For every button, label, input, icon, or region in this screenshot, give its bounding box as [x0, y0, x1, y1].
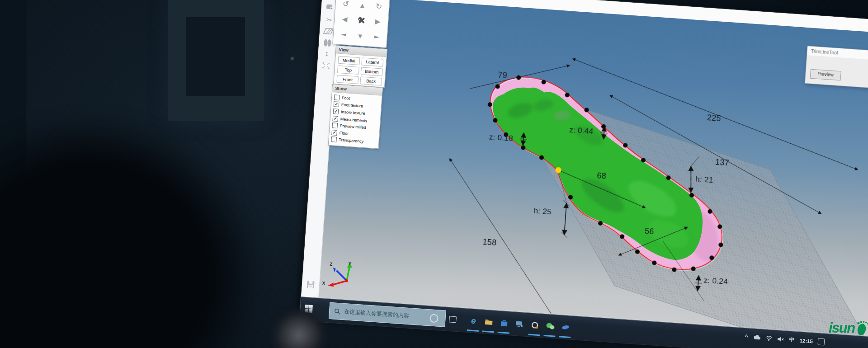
insole-app-icon[interactable] — [560, 321, 571, 333]
search-placeholder: 在这里输入你要搜索的内容 — [344, 308, 409, 320]
view-back-button[interactable]: Back — [360, 76, 382, 85]
measurement-label: 68 — [597, 171, 607, 181]
edge-icon[interactable]: e — [468, 315, 480, 327]
tools-icon — [357, 16, 366, 24]
measurement-label: 79 — [498, 70, 508, 80]
remote-pc-icon[interactable] — [514, 318, 525, 330]
pan-down-button[interactable]: ▼ — [351, 28, 369, 44]
running-indicator — [543, 335, 555, 337]
brand-watermark: isun — [829, 316, 868, 340]
tools-button[interactable] — [353, 12, 370, 28]
checkbox[interactable] — [331, 136, 337, 142]
tilt-right-button[interactable]: ▶ — [368, 32, 385, 42]
checkbox[interactable] — [334, 94, 340, 100]
preview-button[interactable]: Preview — [810, 69, 841, 81]
volume-muted-icon[interactable] — [777, 336, 784, 342]
background-led — [291, 57, 294, 60]
pan-up-button[interactable]: ▲ — [354, 0, 371, 13]
photo-of-monitor: { "panels": { "view": { "title": "View",… — [0, 0, 868, 348]
store-icon[interactable] — [498, 317, 510, 329]
view-lateral-button[interactable]: Lateral — [361, 57, 383, 66]
axis-z-label: Z — [330, 262, 333, 267]
measurement-label: h: 25 — [533, 207, 552, 217]
view-bottom-button[interactable]: Bottom — [361, 67, 383, 76]
view-front-button[interactable]: Front — [336, 75, 359, 84]
view-panel: View Medial Lateral Top Bottom Front Bac… — [333, 45, 387, 88]
action-center-icon[interactable] — [818, 338, 825, 345]
tray-chevron-icon[interactable]: ^ — [745, 333, 749, 340]
qq-icon[interactable] — [529, 320, 541, 331]
axis-x-label: X — [322, 280, 326, 285]
measurement-label: 225 — [707, 113, 721, 123]
measurement-label: z: 0.44 — [569, 126, 594, 136]
file-explorer-icon[interactable] — [483, 316, 495, 328]
checkbox[interactable] — [332, 122, 338, 128]
rotate-ccw-button[interactable]: ↺ — [337, 0, 354, 12]
brand-text: isun — [829, 320, 855, 336]
pan-left-button[interactable]: ◀ — [336, 11, 354, 27]
view-top-button[interactable]: Top — [337, 66, 359, 75]
measurement-label: z: 0.18 — [489, 132, 513, 143]
measurement-label: 137 — [715, 157, 729, 168]
person-silhouette — [0, 113, 262, 348]
monitor-screen: 79 225 137 z: 0.18 z: 0.44 68 h: 21 h: 2… — [300, 0, 868, 348]
pan-right-button[interactable]: ▶ — [369, 13, 387, 29]
trimlinetool-dialog: TrimLineTool Preview OK — [805, 46, 868, 90]
axis-indicator: Y Z X — [321, 258, 354, 292]
checkbox[interactable]: ✓ — [331, 130, 337, 136]
axis-y-label: Y — [348, 261, 352, 266]
vertical-resize-tool[interactable]: ↕ — [318, 49, 336, 61]
navigation-panel: ↺ ▲ ↻ ◀ ▶ ◀ ▼ ▶ — [332, 0, 391, 48]
checkbox[interactable]: ✓ — [333, 108, 339, 114]
wechat-icon[interactable] — [544, 320, 556, 332]
running-indicator — [528, 334, 540, 336]
tilt-left-button[interactable]: ◀ — [335, 30, 352, 39]
measurement-label: 56 — [644, 226, 654, 236]
running-indicator — [498, 332, 509, 334]
view-medial-button[interactable]: Medial — [338, 56, 360, 65]
background-monitor-screen — [186, 17, 245, 96]
running-indicator — [482, 330, 494, 333]
running-indicator — [467, 329, 479, 332]
measurement-label: z: 0.24 — [703, 276, 728, 287]
measurement-label: 158 — [482, 237, 497, 248]
show-panel: Show Foot ✓Foot texture ✓Insole texture … — [328, 84, 383, 149]
rotate-cw-button[interactable]: ↻ — [370, 0, 388, 14]
measurement-label: h: 21 — [695, 175, 714, 185]
save-icon[interactable] — [302, 279, 320, 292]
checkbox[interactable]: ✓ — [334, 102, 340, 108]
task-view-icon[interactable] — [447, 314, 459, 325]
checkbox[interactable]: ✓ — [332, 116, 338, 122]
background-monitor — [168, 0, 264, 121]
onedrive-cloud-icon[interactable] — [753, 334, 761, 340]
cortana-icon[interactable] — [428, 312, 440, 324]
foot-logo-icon — [856, 320, 868, 336]
running-indicator — [559, 336, 571, 338]
expand-view-tool[interactable]: ↖ ↗↙ ↘ — [317, 61, 335, 74]
wifi-icon[interactable] — [765, 335, 772, 341]
ime-indicator[interactable]: 中 — [789, 336, 795, 344]
clock[interactable]: 12:15 — [799, 338, 813, 344]
